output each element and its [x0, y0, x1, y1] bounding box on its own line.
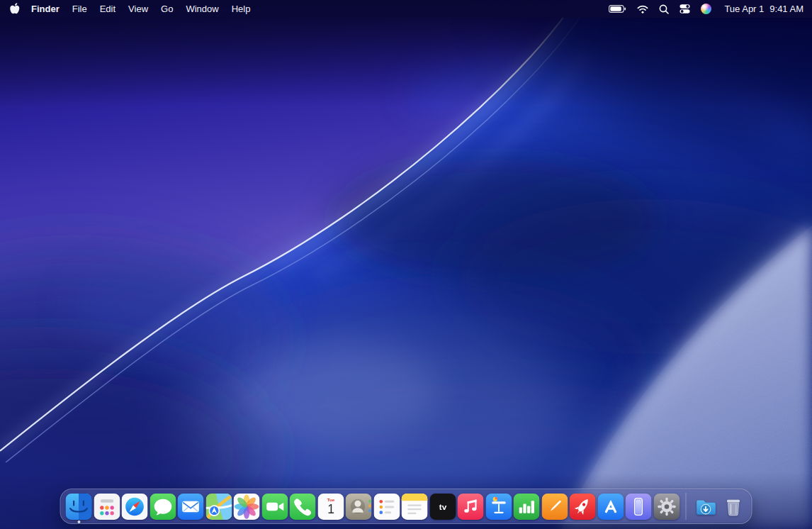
apple-menu[interactable]	[9, 3, 23, 15]
system-settings-icon	[653, 494, 680, 520]
control-center-icon[interactable]	[680, 4, 690, 14]
menu-go[interactable]: Go	[154, 4, 179, 14]
dock-item-iphone-mirroring[interactable]	[626, 494, 652, 520]
dock-item-mail[interactable]	[178, 494, 204, 520]
iphone-mirroring-icon	[626, 494, 652, 520]
menu-bar-date: Tue Apr 1	[724, 4, 764, 14]
dock-item-downloads[interactable]	[692, 494, 718, 520]
dock-item-trash[interactable]	[721, 494, 747, 520]
app-store-icon	[597, 494, 624, 520]
menu-bar-menus: Finder File Edit View Go Window Help	[9, 3, 256, 15]
dock: Tue 1	[60, 489, 752, 524]
running-indicator	[77, 520, 80, 523]
phone-icon	[290, 494, 316, 520]
menu-bar-clock[interactable]: Tue Apr 1 9:41 AM	[724, 4, 803, 14]
dock-item-system-settings[interactable]	[653, 494, 680, 520]
menu-bar-status: Tue Apr 1 9:41 AM	[609, 4, 803, 14]
contacts-icon	[346, 494, 372, 520]
maps-icon	[205, 494, 232, 520]
dock-item-games[interactable]	[570, 494, 596, 520]
safari-icon	[122, 494, 148, 520]
app-menu-finder[interactable]: Finder	[25, 4, 66, 14]
menu-help[interactable]: Help	[225, 4, 257, 14]
apple-tv-icon: tv	[429, 494, 456, 520]
mail-icon	[178, 494, 204, 520]
notes-icon	[402, 494, 428, 520]
calendar-icon: Tue 1	[317, 494, 344, 520]
dock-item-music[interactable]	[458, 494, 484, 520]
dock-item-phone[interactable]	[290, 494, 316, 520]
menu-window[interactable]: Window	[179, 4, 225, 14]
battery-icon[interactable]	[609, 4, 626, 13]
dock-item-contacts[interactable]	[346, 494, 372, 520]
pages-icon	[541, 494, 568, 520]
dock-item-maps[interactable]	[205, 494, 232, 520]
dock-item-calendar[interactable]: Tue 1	[317, 494, 344, 520]
dock-item-app-store[interactable]	[597, 494, 624, 520]
downloads-folder-icon	[692, 494, 718, 520]
menu-bar: Finder File Edit View Go Window Help	[0, 0, 812, 18]
messages-icon	[150, 494, 176, 520]
dock-item-reminders[interactable]	[373, 494, 400, 520]
menu-bar-time: 9:41 AM	[769, 4, 803, 14]
dock-divider	[686, 493, 687, 520]
dock-item-messages[interactable]	[150, 494, 176, 520]
dock-item-notes[interactable]	[402, 494, 428, 520]
dock-item-launchpad[interactable]	[94, 494, 120, 520]
menu-view[interactable]: View	[122, 4, 154, 14]
tv-label: tv	[439, 502, 446, 512]
dock-item-photos[interactable]	[234, 494, 260, 520]
siri-icon[interactable]	[701, 4, 711, 14]
numbers-icon	[514, 494, 540, 520]
music-icon	[458, 494, 484, 520]
dock-item-facetime[interactable]	[261, 494, 288, 520]
dock-item-keynote[interactable]	[485, 494, 512, 520]
menu-edit[interactable]: Edit	[94, 4, 122, 14]
games-icon	[570, 494, 596, 520]
desktop: { "menu_bar": { "app_menu": "Finder", "m…	[0, 0, 812, 529]
trash-icon	[721, 494, 747, 520]
launchpad-icon	[94, 494, 120, 520]
photos-icon	[234, 494, 260, 520]
wallpaper-art	[0, 0, 812, 529]
menu-file[interactable]: File	[66, 4, 94, 14]
keynote-icon	[485, 494, 512, 520]
reminders-icon	[373, 494, 400, 520]
dock-item-pages[interactable]	[541, 494, 568, 520]
dock-item-numbers[interactable]	[514, 494, 540, 520]
dock-item-safari[interactable]	[122, 494, 148, 520]
calendar-weekday: Tue	[327, 496, 334, 501]
dock-item-finder[interactable]	[66, 494, 92, 520]
calendar-day: 1	[327, 502, 334, 516]
wifi-icon[interactable]	[637, 4, 648, 13]
finder-icon	[66, 494, 92, 520]
dock-item-apple-tv[interactable]: tv	[429, 494, 456, 520]
apple-logo-icon	[10, 3, 20, 15]
facetime-icon	[261, 494, 288, 520]
search-icon[interactable]	[659, 4, 669, 14]
